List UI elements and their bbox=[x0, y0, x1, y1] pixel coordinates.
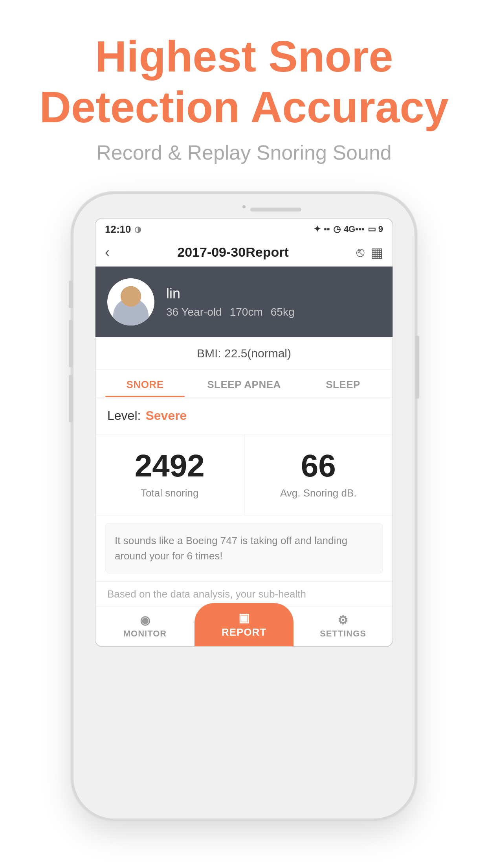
nav-title: 2017-09-30Report bbox=[177, 245, 288, 260]
time-display: 12:10 bbox=[105, 223, 131, 235]
level-label: Level: bbox=[107, 408, 141, 423]
bottom-nav-settings[interactable]: ⚙ SETTINGS bbox=[294, 607, 393, 646]
tabs-section: SNORE SLEEP APNEA SLEEP bbox=[95, 370, 393, 397]
bmi-label: BMI: 22.5(normal) bbox=[197, 347, 291, 360]
profile-height: 170cm bbox=[230, 306, 263, 318]
bottom-nav-monitor[interactable]: ◉ MONITOR bbox=[95, 607, 194, 646]
bluetooth-icon: ✦ bbox=[314, 224, 321, 234]
description-box: It sounds like a Boeing 747 is taking of… bbox=[105, 523, 383, 574]
total-snoring-value: 2492 bbox=[103, 450, 236, 482]
total-snoring-label: Total snoring bbox=[103, 487, 236, 499]
title-line2: Detection Accuracy bbox=[39, 83, 449, 132]
status-bar: 12:10 ◑ ✦ ▪▪ ◷ 4G▪▪▪ ▭ 9 bbox=[95, 219, 393, 239]
phone-speaker bbox=[250, 208, 301, 211]
share-icon[interactable]: ⎋ bbox=[356, 245, 364, 260]
avatar-body bbox=[113, 298, 149, 326]
analysis-text: Based on the data analysis, your sub-hea… bbox=[95, 581, 393, 607]
status-icon: ◑ bbox=[134, 224, 141, 234]
profile-stats: 36 Year-old 170cm 65kg bbox=[166, 306, 294, 318]
avg-db-label: Avg. Snoring dB. bbox=[252, 487, 385, 499]
side-button-vol-up bbox=[69, 320, 73, 367]
report-icon: ▣ bbox=[194, 611, 294, 625]
nav-actions: ⎋ ▦ bbox=[356, 245, 383, 260]
bottom-nav-report[interactable]: ▣ REPORT bbox=[194, 603, 294, 646]
header-section: Highest Snore Detection Accuracy Record … bbox=[39, 0, 449, 180]
bmi-section: BMI: 22.5(normal) bbox=[95, 337, 393, 370]
tab-sleep[interactable]: SLEEP bbox=[294, 370, 393, 397]
tab-sleep-apnea[interactable]: SLEEP APNEA bbox=[194, 370, 294, 397]
monitor-icon: ◉ bbox=[95, 613, 194, 627]
back-button[interactable]: ‹ bbox=[105, 244, 110, 261]
battery-icon: ▭ 9 bbox=[368, 224, 383, 234]
phone-screen: 12:10 ◑ ✦ ▪▪ ◷ 4G▪▪▪ ▭ 9 ‹ 2017-09-30Rep… bbox=[95, 218, 393, 647]
calendar-icon[interactable]: ▦ bbox=[371, 245, 383, 260]
side-button-power bbox=[415, 336, 419, 399]
profile-section: lin 36 Year-old 170cm 65kg bbox=[95, 267, 393, 337]
signal-icon: 4G▪▪▪ bbox=[344, 224, 365, 234]
level-section: Level: Severe bbox=[95, 397, 393, 434]
description-text: It sounds like a Boeing 747 is taking of… bbox=[115, 533, 373, 564]
nav-bar: ‹ 2017-09-30Report ⎋ ▦ bbox=[95, 239, 393, 267]
total-snoring-stat: 2492 Total snoring bbox=[95, 434, 244, 515]
title-line1: Highest Snore bbox=[95, 32, 393, 81]
profile-info: lin 36 Year-old 170cm 65kg bbox=[166, 285, 294, 318]
avatar-head bbox=[121, 286, 141, 307]
stats-grid: 2492 Total snoring 66 Avg. Snoring dB. bbox=[95, 434, 393, 515]
phone-outer: 12:10 ◑ ✦ ▪▪ ◷ 4G▪▪▪ ▭ 9 ‹ 2017-09-30Rep… bbox=[71, 192, 417, 821]
status-icons: ✦ ▪▪ ◷ 4G▪▪▪ ▭ 9 bbox=[314, 224, 383, 234]
side-button-vol-down bbox=[69, 375, 73, 422]
avg-db-value: 66 bbox=[252, 450, 385, 482]
side-button-mute bbox=[69, 281, 73, 308]
bottom-nav: ◉ MONITOR ▣ REPORT ⚙ SETTINGS bbox=[95, 607, 393, 646]
profile-name: lin bbox=[166, 285, 294, 302]
avg-db-stat: 66 Avg. Snoring dB. bbox=[244, 434, 393, 515]
vibrate-icon: ▪▪ bbox=[324, 224, 330, 234]
status-time: 12:10 ◑ bbox=[105, 223, 141, 235]
avatar bbox=[107, 278, 154, 326]
profile-age: 36 Year-old bbox=[166, 306, 222, 318]
alarm-icon: ◷ bbox=[333, 224, 341, 234]
settings-icon: ⚙ bbox=[294, 613, 393, 627]
profile-weight: 65kg bbox=[271, 306, 295, 318]
level-value: Severe bbox=[145, 408, 187, 423]
subtitle: Record & Replay Snoring Sound bbox=[39, 141, 449, 164]
tab-snore[interactable]: SNORE bbox=[95, 370, 194, 397]
main-title: Highest Snore Detection Accuracy bbox=[39, 31, 449, 133]
phone-mockup: 12:10 ◑ ✦ ▪▪ ◷ 4G▪▪▪ ▭ 9 ‹ 2017-09-30Rep… bbox=[71, 192, 417, 821]
